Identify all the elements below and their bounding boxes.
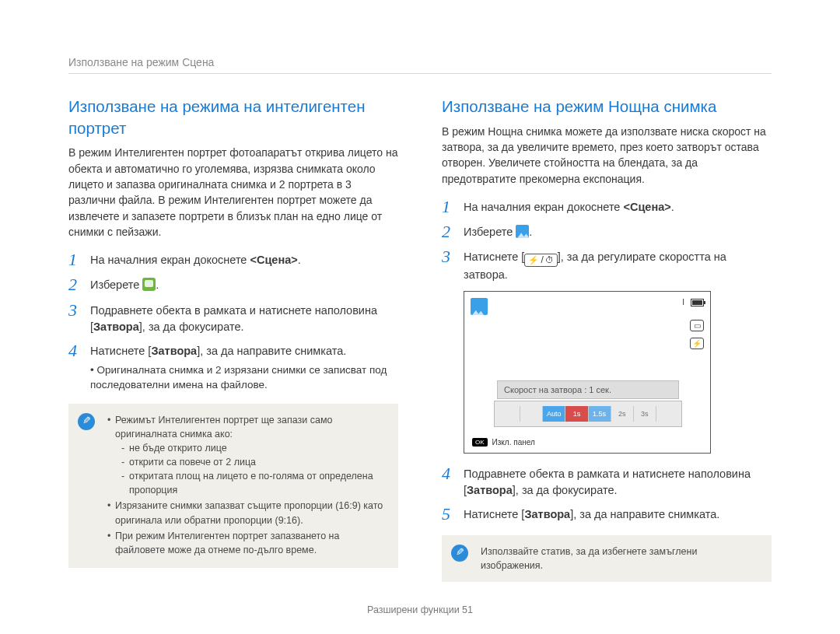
step-body: Подравнете обекта в рамката и натиснете … — [464, 464, 772, 499]
note-box: Режимът Интелигентен портрет ще запази с… — [68, 404, 398, 568]
step-text: Изберете — [90, 278, 142, 291]
step-item: 4 Подравнете обекта в рамката и натиснет… — [442, 464, 772, 499]
step-text: Натиснете [ — [464, 508, 524, 520]
scale-cell — [498, 406, 520, 422]
step-item: 2 Изберете . — [442, 222, 772, 241]
shutter-speed-label: Скорост на затвора : 1 сек. — [497, 380, 679, 399]
section-title-left: Използване на режима на интелигентен пор… — [68, 96, 398, 138]
lcd-burst-icon: ▭ — [690, 320, 704, 331]
note-item: Режимът Интелигентен портрет ще запази с… — [107, 413, 387, 498]
lcd-signal-icon: I — [682, 298, 684, 306]
lcd-bottom-bar: OK Изкл. панел — [472, 438, 535, 447]
step-text-strong: Затвора — [93, 321, 139, 333]
note-subitem: не бъде открито лице — [121, 441, 387, 455]
note-box: Използвайте статив, за да избегнете замъ… — [442, 535, 772, 582]
two-column-layout: Използване на режима на интелигентен пор… — [68, 96, 772, 582]
step-text: ], за да фокусирате. — [513, 484, 618, 496]
lcd-side-icons: ▭ ⚡ — [690, 320, 704, 349]
step-body: Подравнете обекта в рамката и натиснете … — [90, 301, 398, 335]
step-item: 5 Натиснете [Затвора], за да направите с… — [442, 505, 772, 524]
step-number: 1 — [68, 250, 81, 269]
steps-right-cont: 4 Подравнете обекта в рамката и натиснет… — [442, 464, 772, 524]
step-text-strong: <Сцена> — [623, 201, 670, 213]
note-sublist: не бъде открито лице открити са повече о… — [115, 441, 387, 498]
flash-timer-icon: / — [524, 254, 557, 267]
left-column: Използване на режима на интелигентен пор… — [68, 96, 398, 582]
step-number: 2 — [442, 222, 454, 241]
breadcrumb: Използване на режим Сцена — [68, 56, 772, 74]
document-page: Използване на режим Сцена Използване на … — [0, 0, 840, 605]
step-body: Натиснете [Затвора], за да направите сни… — [464, 505, 772, 523]
portrait-mode-icon — [142, 278, 156, 291]
step-number: 3 — [442, 247, 454, 266]
note-subitem: открити са повече от 2 лица — [121, 455, 387, 469]
note-item: Изрязаните снимки запазват същите пропор… — [107, 499, 387, 527]
step-text: . — [529, 226, 532, 238]
scale-track: Auto 1s 1.5s 2s 3s — [498, 406, 678, 422]
step-text: . — [156, 278, 159, 291]
lcd-flash-icon: ⚡ — [690, 338, 704, 349]
step-body: На началния екран докоснете <Сцена>. — [90, 250, 398, 268]
scale-cell-auto: Auto — [542, 406, 565, 422]
right-column: Използване на режим Нощна снимка В режим… — [442, 96, 772, 582]
step-text: . — [671, 201, 674, 213]
note-icon — [451, 545, 468, 562]
lcd-status-bar: I — [682, 298, 704, 306]
step-item: 3 Натиснете [/], за да регулирате скорос… — [442, 247, 772, 283]
flash-icon — [528, 254, 539, 267]
step-text-strong: Затвора — [524, 508, 570, 520]
step-body: Изберете . — [464, 222, 772, 240]
step-item: 1 На началния екран докоснете <Сцена>. — [68, 250, 398, 269]
lcd-bottom-label: Изкл. панел — [492, 438, 535, 447]
scale-cell: 3s — [633, 406, 656, 422]
step-body: Натиснете [Затвора], за да направите сни… — [90, 342, 398, 393]
note-subitem: откритата площ на лицето е по-голяма от … — [121, 469, 387, 497]
step-body: Натиснете [/], за да регулирате скоростт… — [464, 247, 772, 283]
note-text: Използвайте статив, за да избегнете замъ… — [481, 546, 697, 571]
step-text-strong: <Сцена> — [250, 254, 297, 266]
step-text: ], за да направите снимката. — [197, 345, 346, 357]
night-mode-icon — [516, 225, 529, 238]
step-number: 4 — [442, 464, 454, 483]
battery-icon — [691, 299, 704, 306]
step-number: 5 — [442, 505, 454, 524]
step-number: 2 — [68, 275, 81, 294]
page-footer: Разширени функции 51 — [0, 604, 840, 615]
note-item: При режим Интелигентен портрет запазване… — [107, 529, 387, 557]
step-text-strong: Затвора — [151, 345, 197, 357]
step-text: ], за да фокусирате. — [139, 321, 244, 333]
ok-badge: OK — [472, 438, 488, 447]
step-body: Изберете . — [90, 275, 398, 293]
steps-right: 1 На началния екран докоснете <Сцена>. 2… — [442, 198, 772, 284]
page-number: 51 — [462, 604, 473, 615]
steps-left: 1 На началния екран докоснете <Сцена>. 2… — [68, 250, 398, 393]
step-number: 3 — [68, 301, 81, 320]
step-body: На началния екран докоснете <Сцена>. — [464, 198, 772, 215]
section-title-right: Използване на режим Нощна снимка — [442, 96, 772, 117]
step-text: ], за да направите снимката. — [570, 508, 719, 520]
sub-bullet: Оригиналната снимка и 2 изрязани снимки … — [90, 363, 398, 393]
camera-lcd-preview: I ▭ ⚡ Скорост на затвора : 1 сек. Auto 1… — [464, 291, 711, 454]
intro-left: В режим Интелигентен портрет фотоапаратъ… — [68, 145, 398, 240]
scale-cell-selected: 1s — [565, 406, 587, 422]
step-text: Натиснете [ — [464, 250, 524, 263]
lcd-mode-icon — [471, 298, 488, 315]
shutter-speed-scale: Auto 1s 1.5s 2s 3s — [494, 401, 682, 427]
intro-right: В режим Нощна снимка можете да използват… — [442, 124, 772, 187]
step-item: 1 На началния екран докоснете <Сцена>. — [442, 198, 772, 216]
timer-icon — [545, 254, 554, 267]
step-text: Натиснете [ — [90, 345, 151, 357]
step-text: На началния екран докоснете — [90, 254, 250, 266]
step-text: На началния екран докоснете — [464, 201, 623, 213]
scale-cell: 2s — [611, 406, 633, 422]
step-item: 2 Изберете . — [68, 275, 398, 294]
step-number: 1 — [442, 198, 454, 216]
step-text: Изберете — [464, 226, 516, 238]
scale-cell — [520, 406, 542, 422]
step-text-strong: Затвора — [467, 484, 513, 496]
step-item: 3 Подравнете обекта в рамката и натиснет… — [68, 301, 398, 335]
scale-cell — [656, 406, 678, 422]
step-item: 4 Натиснете [Затвора], за да направите с… — [68, 342, 398, 393]
step-number: 4 — [68, 342, 81, 360]
sub-bullet-list: Оригиналната снимка и 2 изрязани снимки … — [90, 363, 398, 393]
